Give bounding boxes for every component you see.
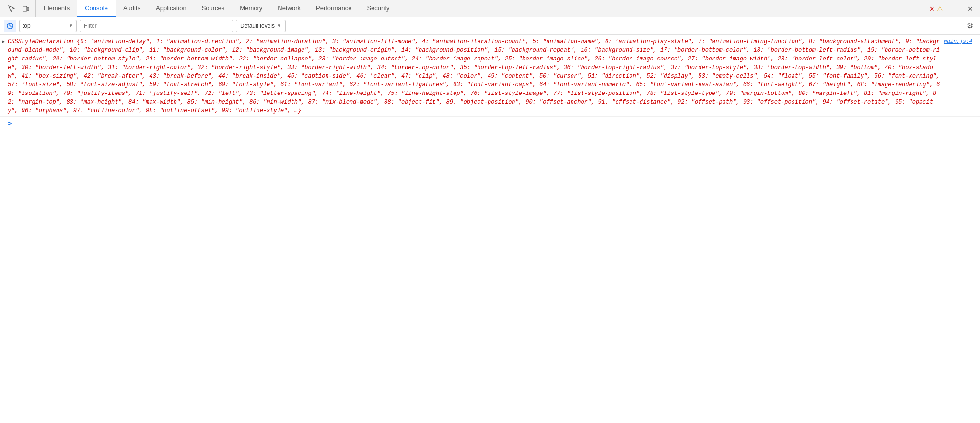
- levels-dropdown[interactable]: Default levels ▼: [236, 20, 286, 32]
- tab-bar: Elements Console Audits Application Sour…: [0, 0, 980, 17]
- console-output: ► main.js:4 CSSStyleDeclaration {0: "ani…: [0, 35, 980, 423]
- expand-arrow-icon[interactable]: ►: [2, 38, 5, 46]
- levels-chevron-icon: ▼: [277, 23, 281, 28]
- console-toolbar: top ▼ Default levels ▼ ⚙: [0, 17, 980, 35]
- prompt-input[interactable]: [15, 119, 972, 128]
- context-label: top: [23, 23, 31, 29]
- tab-network[interactable]: Network: [270, 0, 308, 17]
- tab-security[interactable]: Security: [359, 0, 397, 17]
- console-entry-content: main.js:4 CSSStyleDeclaration {0: "anima…: [8, 37, 980, 115]
- settings-button[interactable]: ⚙: [964, 20, 976, 32]
- console-prompt-row: >: [0, 117, 980, 130]
- prompt-arrow-icon: >: [8, 118, 12, 129]
- more-options-button[interactable]: ⋮: [951, 3, 963, 14]
- tab-sources[interactable]: Sources: [194, 0, 233, 17]
- svg-rect-1: [27, 7, 29, 11]
- close-devtools-button[interactable]: ✕: [965, 3, 976, 14]
- clear-console-button[interactable]: [4, 20, 16, 32]
- tab-application[interactable]: Application: [148, 0, 194, 17]
- tab-elements[interactable]: Elements: [36, 0, 77, 17]
- tab-performance[interactable]: Performance: [308, 0, 359, 17]
- warning-badge: ⚠: [937, 5, 943, 12]
- context-chevron-icon: ▼: [69, 23, 73, 28]
- divider: [947, 4, 947, 13]
- source-link[interactable]: main.js:4: [944, 37, 972, 46]
- tab-right-icons: ✕ ⚠ ⋮ ✕: [925, 0, 980, 17]
- tab-memory[interactable]: Memory: [232, 0, 270, 17]
- svg-rect-0: [23, 6, 27, 11]
- console-text: CSSStyleDeclaration {0: "animation-delay…: [8, 38, 940, 114]
- svg-line-3: [9, 24, 12, 27]
- select-element-icon[interactable]: [6, 3, 17, 14]
- device-toggle-icon[interactable]: [20, 3, 32, 14]
- filter-input[interactable]: [80, 20, 233, 32]
- context-selector[interactable]: top ▼: [19, 20, 77, 32]
- tab-console[interactable]: Console: [77, 0, 116, 17]
- devtools-icons: [2, 0, 36, 17]
- error-badge: ✕: [929, 5, 935, 12]
- levels-label: Default levels: [240, 23, 275, 29]
- tab-audits[interactable]: Audits: [116, 0, 148, 17]
- tab-list: Elements Console Audits Application Sour…: [36, 0, 925, 17]
- console-entry: ► main.js:4 CSSStyleDeclaration {0: "ani…: [0, 36, 980, 117]
